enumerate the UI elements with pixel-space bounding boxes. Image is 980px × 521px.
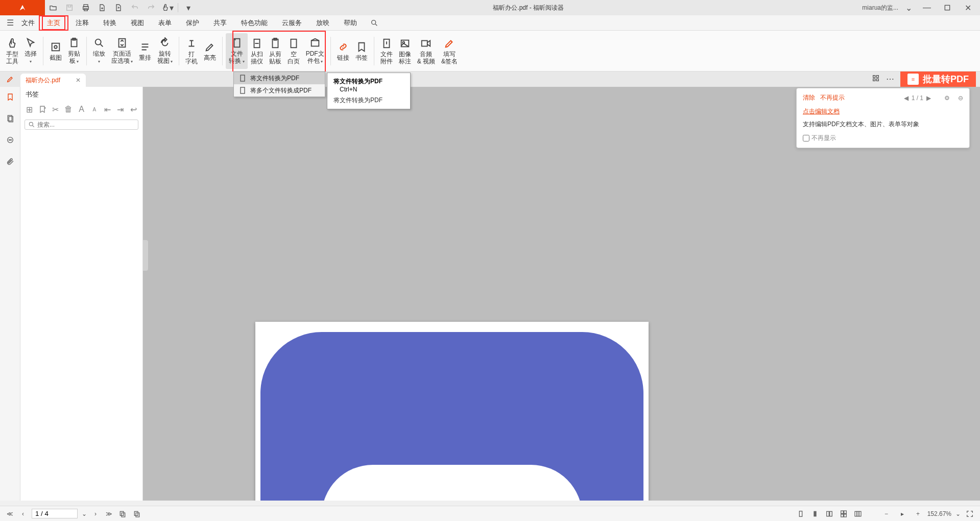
bm-level-down-icon[interactable]: ⇥: [115, 104, 125, 114]
menu-tab-5[interactable]: 保护: [179, 15, 206, 31]
ribbon-zoom[interactable]: 缩放 ▾: [90, 33, 108, 69]
view-continuous-icon[interactable]: [810, 509, 820, 519]
menu-tab-9[interactable]: 放映: [309, 15, 337, 31]
ribbon-file-convert[interactable]: 文件转换 ▾: [226, 33, 247, 69]
bm-delete-icon[interactable]: 🗑: [63, 104, 73, 114]
app-logo[interactable]: [0, 0, 45, 15]
dropdown-item-1[interactable]: 将多个文件转换成PDF: [234, 84, 325, 97]
menu-tab-3[interactable]: 视图: [124, 15, 151, 31]
menu-search-icon[interactable]: [368, 17, 380, 29]
sb-copy-icon[interactable]: [117, 509, 128, 519]
maximize-button[interactable]: [937, 0, 958, 15]
bm-cut-icon[interactable]: ✂: [51, 104, 60, 114]
panel-collapse-handle[interactable]: [143, 240, 148, 271]
last-page-icon[interactable]: ≫: [104, 509, 113, 518]
batch-convert-button[interactable]: ≡ 批量转PDF: [900, 72, 976, 87]
edit-tool-icon[interactable]: [0, 72, 20, 87]
document-tab[interactable]: 福昕办公.pdf ✕: [20, 74, 86, 87]
user-label[interactable]: miarua的监...: [860, 4, 900, 12]
sb-copy2-icon[interactable]: [132, 509, 142, 519]
file-plus-icon[interactable]: [94, 0, 110, 15]
pages-rail-icon[interactable]: [4, 112, 16, 125]
view-book-icon[interactable]: [853, 509, 863, 519]
ribbon-screenshot[interactable]: 截图: [46, 33, 65, 69]
first-page-icon[interactable]: ≪: [5, 509, 14, 518]
grid-view-icon[interactable]: [872, 74, 882, 84]
ribbon-audio-video[interactable]: 音频& 视频: [414, 33, 438, 69]
bm-text-large-icon[interactable]: A: [89, 104, 99, 114]
zoom-dropdown-icon[interactable]: ⌄: [955, 510, 961, 517]
print-icon[interactable]: [78, 0, 94, 15]
tip-noshow-input[interactable]: [803, 135, 809, 141]
ribbon-reflow[interactable]: 重排: [136, 33, 154, 69]
zoom-in-icon[interactable]: +: [913, 509, 923, 519]
canvas-area[interactable]: 清除 不再提示 ◀ 1 / 1 ▶ ⚙ ⊖ 点击编辑文档 支持编辑PDF文档文本…: [143, 87, 980, 501]
bm-expand-icon[interactable]: ⊞: [25, 104, 34, 114]
tip-close-icon[interactable]: ⊖: [958, 94, 963, 102]
ribbon-typewriter[interactable]: 打字机: [182, 33, 201, 69]
ribbon-image-annot[interactable]: 图像标注: [396, 33, 414, 69]
qat-dropdown-icon[interactable]: ▾: [180, 0, 197, 15]
ribbon-scanner[interactable]: 从扫描仪: [248, 33, 266, 69]
zoom-out-icon[interactable]: −: [881, 509, 892, 519]
file-export-icon[interactable]: [110, 0, 127, 15]
ribbon-cursor[interactable]: 选择 ▾: [21, 33, 40, 69]
ribbon-from-clipboard[interactable]: 从剪贴板: [266, 33, 284, 69]
prev-page-icon[interactable]: ‹: [18, 509, 28, 518]
zoom-marker-icon[interactable]: ▸: [896, 509, 909, 518]
tip-noshow-checkbox[interactable]: 不再显示: [803, 134, 963, 143]
bm-text-small-icon[interactable]: A: [77, 104, 86, 114]
page-input[interactable]: [32, 509, 78, 518]
ribbon-bookmark-r[interactable]: 书签: [352, 33, 371, 69]
open-icon[interactable]: [45, 0, 61, 15]
view-facing-cont-icon[interactable]: [839, 509, 849, 519]
bookmark-rail-icon[interactable]: [4, 91, 16, 103]
ribbon-link[interactable]: 链接: [334, 33, 352, 69]
menu-tab-4[interactable]: 表单: [151, 15, 179, 31]
view-single-icon[interactable]: [796, 509, 806, 519]
ribbon-clipboard[interactable]: 剪贴板 ▾: [65, 33, 83, 69]
menu-tab-2[interactable]: 转换: [96, 15, 124, 31]
tip-clear-link[interactable]: 清除: [803, 93, 815, 102]
menu-tab-7[interactable]: 特色功能: [234, 15, 275, 31]
menu-tab-6[interactable]: 共享: [206, 15, 234, 31]
bm-wrap-icon[interactable]: ↩: [129, 104, 138, 114]
tip-next-icon[interactable]: ▶: [926, 94, 931, 102]
tip-prev-icon[interactable]: ◀: [904, 94, 909, 102]
view-facing-icon[interactable]: [824, 509, 834, 519]
ribbon-separator: [86, 37, 87, 65]
tip-edit-link[interactable]: 点击编辑文档: [803, 107, 963, 116]
tab-close-icon[interactable]: ✕: [76, 77, 81, 84]
comments-rail-icon[interactable]: [4, 134, 16, 146]
menu-tab-10[interactable]: 帮助: [337, 15, 364, 31]
menu-file[interactable]: 文件: [17, 15, 39, 31]
fullscreen-icon[interactable]: [965, 509, 975, 519]
menu-dots-icon[interactable]: ⋯: [886, 74, 896, 84]
ribbon-blank-page[interactable]: 空白页: [284, 33, 303, 69]
ribbon-rotate[interactable]: 旋转视图 ▾: [154, 33, 176, 69]
ribbon-attachment[interactable]: 文件附件: [377, 33, 396, 69]
menu-tab-1[interactable]: 注释: [68, 15, 96, 31]
menu-tab-0[interactable]: 主页: [39, 15, 68, 31]
bm-add-icon[interactable]: [37, 104, 47, 114]
next-page-icon[interactable]: ›: [91, 509, 100, 518]
bm-level-up-icon[interactable]: ⇤: [103, 104, 112, 114]
ribbon-highlight[interactable]: 高亮: [201, 33, 219, 69]
tip-settings-icon[interactable]: ⚙: [944, 94, 950, 102]
bookmark-search-input[interactable]: [37, 121, 135, 128]
close-button[interactable]: ✕: [958, 0, 978, 15]
ribbon-fit[interactable]: 页面适应选项 ▾: [108, 33, 136, 69]
menu-hamburger-icon[interactable]: ☰: [5, 18, 15, 28]
tip-noremind-link[interactable]: 不再提示: [820, 93, 845, 102]
page-dropdown-icon[interactable]: ⌄: [82, 510, 87, 517]
bookmark-search[interactable]: [25, 120, 138, 130]
minimize-button[interactable]: —: [917, 0, 937, 15]
touch-icon[interactable]: ▾: [159, 0, 176, 15]
attachments-rail-icon[interactable]: [4, 155, 16, 168]
user-dropdown-icon[interactable]: ⌄: [900, 0, 917, 15]
dropdown-item-0[interactable]: 将文件转换为PDF: [234, 72, 325, 84]
ribbon-sign[interactable]: 填写&签名: [438, 33, 461, 69]
menu-tab-8[interactable]: 云服务: [275, 15, 309, 31]
ribbon-hand[interactable]: 手型工具: [3, 33, 21, 69]
ribbon-pdf-package[interactable]: PDF文件包 ▾: [303, 33, 327, 69]
